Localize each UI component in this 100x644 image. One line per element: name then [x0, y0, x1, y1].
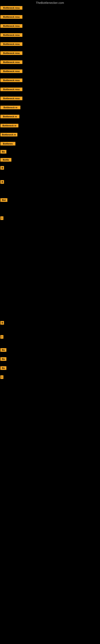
- bottleneck-result-button-btn16[interactable]: Bottlenec: [0, 142, 15, 146]
- bottleneck-result-button-btn6[interactable]: Bottleneck resu: [0, 51, 22, 55]
- bottleneck-result-button-btn22[interactable]: I: [0, 216, 3, 220]
- bottleneck-result-button-btn2[interactable]: Bottleneck resu: [0, 15, 22, 19]
- bottleneck-result-button-btn3[interactable]: Bottleneck resu: [0, 24, 22, 28]
- bottleneck-result-button-btn14[interactable]: Bottleneck re: [0, 124, 18, 128]
- bottleneck-result-button-btn18[interactable]: Bottle: [0, 158, 11, 162]
- bottleneck-result-button-btn4[interactable]: Bottleneck resu: [0, 33, 22, 37]
- bottleneck-result-button-btn12[interactable]: Bottleneck re: [0, 106, 20, 109]
- bottleneck-result-button-btn19[interactable]: B: [0, 166, 4, 170]
- bottleneck-result-button-btn26[interactable]: Bo: [0, 357, 6, 361]
- bottleneck-result-button-btn11[interactable]: Bottleneck resu: [0, 96, 22, 100]
- bottleneck-result-button-btn8[interactable]: Bottleneck resu: [0, 70, 22, 73]
- bottleneck-result-button-btn15[interactable]: Bottleneck re: [0, 133, 17, 136]
- bottleneck-result-button-btn13[interactable]: Bottleneck re: [0, 115, 19, 118]
- bottleneck-result-button-btn27[interactable]: Bo: [0, 366, 6, 370]
- site-title: TheBottlenecker.com: [0, 0, 100, 5]
- bottleneck-result-button-btn5[interactable]: Bottleneck resu: [0, 42, 22, 46]
- bottleneck-result-button-btn7[interactable]: Bottleneck resu: [0, 60, 22, 64]
- bottleneck-result-button-btn24[interactable]: I: [0, 335, 3, 339]
- bottleneck-result-button-btn25[interactable]: Bo: [0, 348, 6, 352]
- bottleneck-result-button-btn20[interactable]: B: [0, 180, 4, 184]
- bottleneck-result-button-btn23[interactable]: B: [0, 321, 4, 324]
- bottleneck-result-button-btn28[interactable]: I: [0, 375, 3, 379]
- bottleneck-result-button-btn17[interactable]: Bo: [0, 150, 6, 154]
- bottleneck-result-button-btn1[interactable]: Bottleneck resu: [0, 6, 22, 10]
- bottleneck-result-button-btn9[interactable]: Bottleneck resu: [0, 78, 22, 82]
- bottleneck-result-button-btn21[interactable]: Bot: [0, 198, 7, 202]
- bottleneck-result-button-btn10[interactable]: Bottleneck resu: [0, 88, 22, 91]
